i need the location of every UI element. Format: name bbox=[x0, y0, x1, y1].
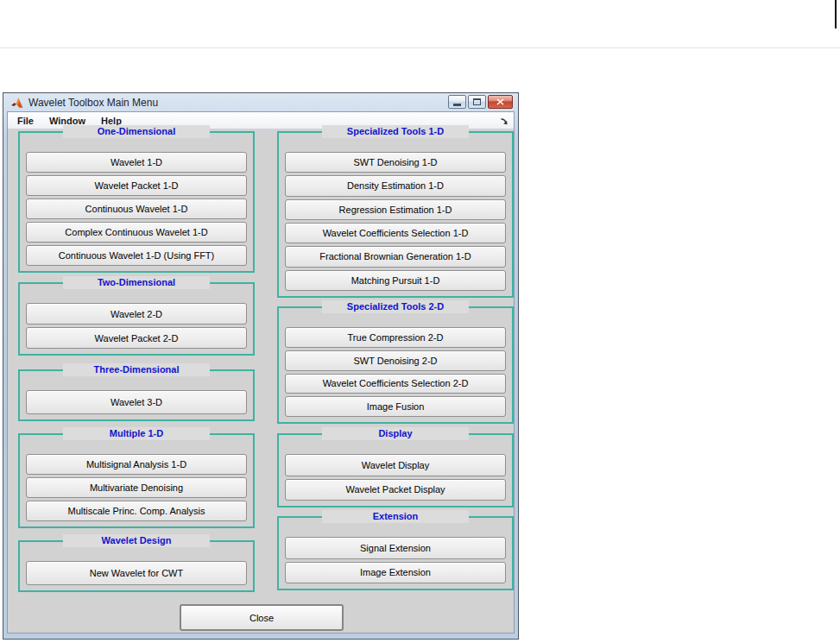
swt-denoising-1d-button[interactable]: SWT Denoising 1-D bbox=[285, 152, 506, 173]
fractional-brownian-generation-1d-button[interactable]: Fractional Brownian Generation 1-D bbox=[285, 246, 506, 267]
group-title: Two-Dimensional bbox=[63, 276, 210, 289]
minimize-button[interactable] bbox=[448, 95, 466, 109]
wavelet-display-button[interactable]: Wavelet Display bbox=[285, 454, 506, 476]
wavelet-coefficients-selection-2d-button[interactable]: Wavelet Coefficients Selection 2-D bbox=[285, 374, 506, 394]
group-extension: Extension Signal Extension Image Extensi… bbox=[277, 516, 514, 590]
group-three-dimensional: Three-Dimensional Wavelet 3-D bbox=[18, 369, 255, 421]
wavelet-2d-button[interactable]: Wavelet 2-D bbox=[26, 303, 247, 325]
group-multiple-1d: Multiple 1-D Multisignal Analysis 1-D Mu… bbox=[18, 433, 255, 528]
window-title: Wavelet Toolbox Main Menu bbox=[28, 97, 158, 109]
complex-continuous-wavelet-1d-button[interactable]: Complex Continuous Wavelet 1-D bbox=[26, 222, 247, 243]
window-titlebar[interactable]: Wavelet Toolbox Main Menu bbox=[7, 93, 515, 111]
multivariate-denoising-button[interactable]: Multivariate Denoising bbox=[26, 477, 247, 498]
matching-pursuit-1d-button[interactable]: Matching Pursuit 1-D bbox=[285, 270, 506, 291]
dock-arrow-icon[interactable] bbox=[500, 117, 509, 126]
group-title: Specialized Tools 2-D bbox=[322, 300, 469, 313]
group-wavelet-design: Wavelet Design New Wavelet for CWT bbox=[18, 540, 255, 592]
new-wavelet-for-cwt-button[interactable]: New Wavelet for CWT bbox=[26, 561, 247, 585]
close-window-button[interactable] bbox=[488, 95, 513, 109]
wavelet-coefficients-selection-1d-button[interactable]: Wavelet Coefficients Selection 1-D bbox=[285, 223, 506, 243]
true-compression-2d-button[interactable]: True Compression 2-D bbox=[285, 327, 506, 348]
wavelet-packet-1d-button[interactable]: Wavelet Packet 1-D bbox=[26, 175, 247, 196]
minimize-icon bbox=[453, 104, 461, 106]
wavelet-1d-button[interactable]: Wavelet 1-D bbox=[26, 152, 247, 173]
multiscale-princ-comp-analysis-button[interactable]: Multiscale Princ. Comp. Analysis bbox=[26, 501, 247, 521]
page-top-edge-line bbox=[0, 47, 840, 48]
group-title: Specialized Tools 1-D bbox=[322, 125, 469, 138]
wavelet-3d-button[interactable]: Wavelet 3-D bbox=[26, 390, 247, 414]
wavelet-toolbox-window: Wavelet Toolbox Main Menu File Window He… bbox=[3, 92, 519, 640]
group-title: Multiple 1-D bbox=[63, 427, 210, 440]
maximize-icon bbox=[473, 98, 481, 105]
regression-estimation-1d-button[interactable]: Regression Estimation 1-D bbox=[285, 199, 506, 220]
matlab-logo-icon bbox=[11, 98, 23, 109]
close-icon bbox=[496, 98, 504, 105]
group-display: Display Wavelet Display Wavelet Packet D… bbox=[277, 433, 514, 507]
signal-extension-button[interactable]: Signal Extension bbox=[285, 537, 506, 559]
maximize-button[interactable] bbox=[468, 95, 486, 109]
image-fusion-button[interactable]: Image Fusion bbox=[285, 396, 506, 417]
group-title: Wavelet Design bbox=[63, 534, 210, 547]
window-content: File Window Help One-Dimensional Wavelet… bbox=[7, 111, 515, 634]
group-specialized-tools-1d: Specialized Tools 1-D SWT Denoising 1-D … bbox=[277, 131, 514, 298]
group-specialized-tools-2d: Specialized Tools 2-D True Compression 2… bbox=[277, 306, 514, 424]
group-two-dimensional: Two-Dimensional Wavelet 2-D Wavelet Pack… bbox=[18, 282, 255, 356]
caption-buttons bbox=[448, 95, 513, 109]
wavelet-packet-display-button[interactable]: Wavelet Packet Display bbox=[285, 479, 506, 501]
group-title: Display bbox=[322, 427, 469, 440]
multisignal-analysis-1d-button[interactable]: Multisignal Analysis 1-D bbox=[26, 454, 247, 475]
wavelet-packet-2d-button[interactable]: Wavelet Packet 2-D bbox=[26, 327, 247, 349]
group-one-dimensional: One-Dimensional Wavelet 1-D Wavelet Pack… bbox=[18, 131, 255, 273]
continuous-wavelet-1d-button[interactable]: Continuous Wavelet 1-D bbox=[26, 199, 247, 219]
client-area: One-Dimensional Wavelet 1-D Wavelet Pack… bbox=[8, 129, 514, 633]
swt-denoising-2d-button[interactable]: SWT Denoising 2-D bbox=[285, 350, 506, 371]
page-right-edge-line bbox=[835, 0, 837, 28]
close-button[interactable]: Close bbox=[180, 604, 344, 631]
density-estimation-1d-button[interactable]: Density Estimation 1-D bbox=[285, 175, 506, 196]
group-title: One-Dimensional bbox=[63, 125, 210, 138]
group-title: Three-Dimensional bbox=[63, 363, 210, 376]
menu-file[interactable]: File bbox=[9, 113, 41, 129]
continuous-wavelet-1d-fft-button[interactable]: Continuous Wavelet 1-D (Using FFT) bbox=[26, 245, 247, 266]
image-extension-button[interactable]: Image Extension bbox=[285, 562, 506, 584]
group-title: Extension bbox=[322, 510, 469, 523]
